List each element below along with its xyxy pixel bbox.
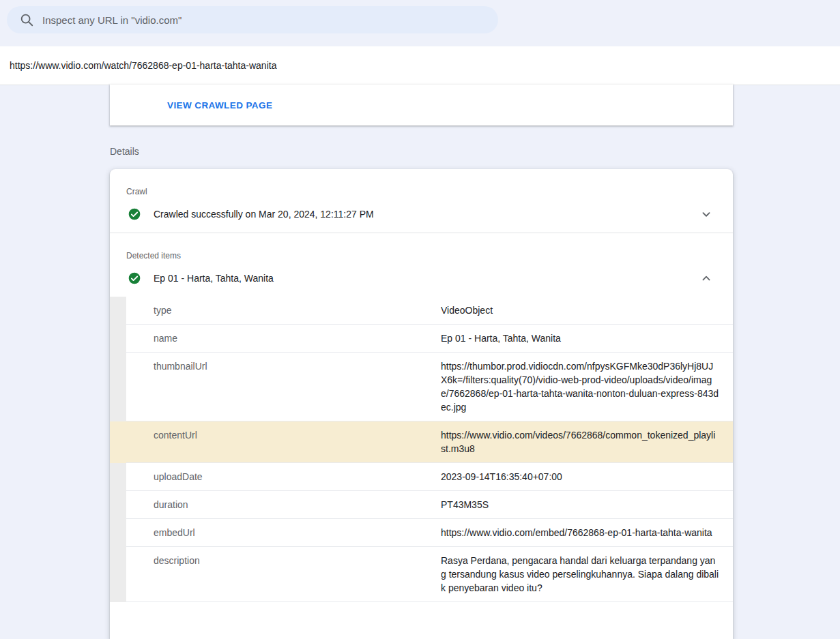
property-key: type bbox=[126, 297, 441, 325]
inspected-url-bar: https://www.vidio.com/watch/7662868-ep-0… bbox=[0, 46, 840, 85]
property-value: Rasya Perdana, pengacara handal dari kel… bbox=[441, 547, 733, 602]
chevron-down-icon[interactable] bbox=[699, 207, 714, 222]
property-row: description Rasya Perdana, pengacara han… bbox=[110, 547, 733, 602]
details-card: Crawl Crawled successfully on Mar 20, 20… bbox=[110, 169, 733, 639]
property-value: Ep 01 - Harta, Tahta, Wanita bbox=[441, 325, 733, 353]
crawled-page-card: VIEW CRAWLED PAGE bbox=[110, 85, 733, 125]
property-key: embedUrl bbox=[126, 519, 441, 547]
search-icon bbox=[19, 12, 34, 27]
property-row: contentUrl https://www.vidio.com/videos/… bbox=[110, 421, 733, 463]
row-gutter bbox=[110, 491, 126, 519]
row-gutter bbox=[110, 463, 126, 491]
detected-item-title: Ep 01 - Harta, Tahta, Wanita bbox=[154, 273, 699, 284]
property-value: https://www.vidio.com/embed/7662868-ep-0… bbox=[441, 519, 733, 547]
property-value: https://thumbor.prod.vidiocdn.com/nfpysK… bbox=[441, 353, 733, 421]
crawl-status-text: Crawled successfully on Mar 20, 2024, 12… bbox=[154, 209, 699, 220]
detected-item-properties: type VideoObject name Ep 01 - Harta, Tah… bbox=[110, 297, 733, 602]
row-gutter bbox=[110, 547, 126, 602]
property-row: name Ep 01 - Harta, Tahta, Wanita bbox=[110, 325, 733, 353]
inspected-url: https://www.vidio.com/watch/7662868-ep-0… bbox=[10, 60, 276, 71]
property-key: name bbox=[126, 325, 441, 353]
row-gutter bbox=[110, 325, 126, 353]
crawl-section-label: Crawl bbox=[110, 169, 733, 196]
details-label: Details bbox=[110, 146, 840, 157]
property-row: duration PT43M35S bbox=[110, 491, 733, 519]
detected-item-header[interactable]: Ep 01 - Harta, Tahta, Wanita bbox=[110, 261, 733, 297]
search-input[interactable] bbox=[42, 14, 489, 26]
property-row: embedUrl https://www.vidio.com/embed/766… bbox=[110, 519, 733, 547]
success-check-icon bbox=[128, 207, 141, 221]
crawl-status-row[interactable]: Crawled successfully on Mar 20, 2024, 12… bbox=[110, 196, 733, 233]
property-key: uploadDate bbox=[126, 463, 441, 491]
row-gutter bbox=[110, 519, 126, 547]
property-value: PT43M35S bbox=[441, 491, 733, 519]
property-row: thumbnailUrl https://thumbor.prod.vidioc… bbox=[110, 353, 733, 421]
property-key: contentUrl bbox=[126, 421, 441, 463]
property-row: type VideoObject bbox=[110, 297, 733, 325]
row-gutter bbox=[110, 353, 126, 421]
detected-items-label: Detected items bbox=[110, 233, 733, 261]
search-bar[interactable] bbox=[7, 6, 498, 33]
property-value: VideoObject bbox=[441, 297, 733, 325]
property-key: duration bbox=[126, 491, 441, 519]
chevron-up-icon[interactable] bbox=[699, 271, 714, 286]
property-value: https://www.vidio.com/videos/7662868/com… bbox=[441, 421, 733, 463]
success-check-icon bbox=[128, 271, 141, 285]
topbar bbox=[0, 0, 840, 33]
row-gutter bbox=[110, 297, 126, 325]
property-row: uploadDate 2023-09-14T16:35:40+07:00 bbox=[110, 463, 733, 491]
property-key: thumbnailUrl bbox=[126, 353, 441, 421]
row-gutter bbox=[110, 421, 126, 463]
view-crawled-page-button[interactable]: VIEW CRAWLED PAGE bbox=[167, 100, 272, 110]
property-value: 2023-09-14T16:35:40+07:00 bbox=[441, 463, 733, 491]
property-key: description bbox=[126, 547, 441, 602]
